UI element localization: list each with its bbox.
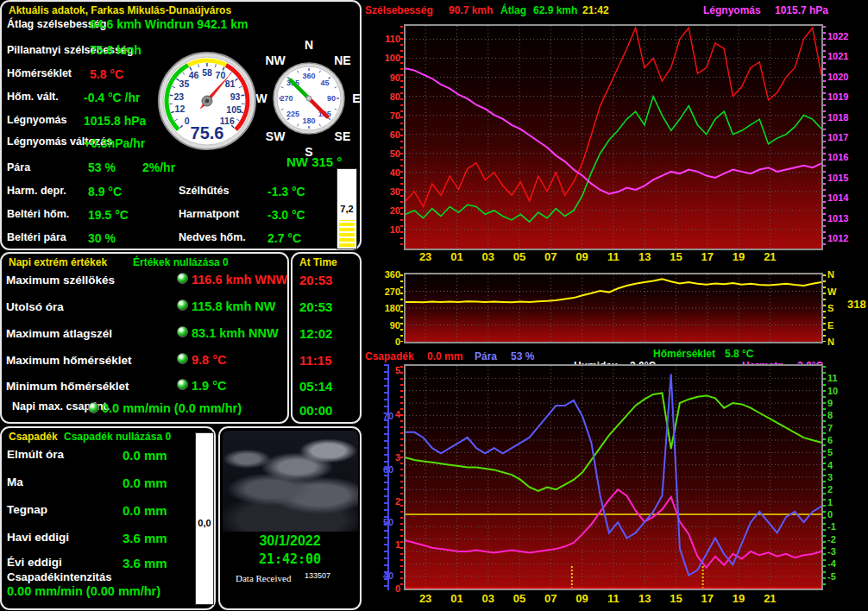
extremes-title: Napi extrém értékek (9, 256, 107, 268)
temp-axis-ticks (823, 366, 826, 589)
extreme-value: 9.8 °C (192, 353, 226, 367)
extreme-value: 83.1 kmh NNW (192, 326, 279, 340)
extreme-label: Minimum hőmérséklet (6, 381, 129, 394)
compass-dir-w: W (255, 91, 267, 105)
wind-direction-chart: 360270180900 NWSEN 318 (362, 263, 868, 350)
webcam-image (223, 431, 358, 532)
value-indoor-temp: 19.5 °C (88, 208, 129, 222)
direction-axis-ticks (400, 274, 403, 342)
wind-axis-labels: 110100908070605040302010 (362, 26, 400, 249)
wind-chart-label: Szélsebesség (365, 4, 433, 16)
extreme-label: Maximum átlagszél (6, 328, 112, 341)
wind-bar-gauge: 7,2 (337, 168, 357, 249)
rain-value: 3.6 mm (123, 556, 167, 570)
extreme-label: Maximum széllökés (6, 274, 115, 287)
extreme-label: Utolsó óra (6, 301, 64, 314)
svg-text:23: 23 (174, 91, 185, 102)
webcam-time: 21:42:00 (220, 551, 360, 567)
direction-plot-area (404, 273, 823, 343)
extreme-time: 20:53 (299, 273, 332, 287)
svg-text:0: 0 (185, 116, 190, 126)
direction-letter-labels: NWSEN (827, 274, 845, 342)
wind-plot-area (404, 24, 823, 250)
rain-series-value: 0.0 mm (427, 350, 462, 362)
label-dewpoint: Harmatpont (179, 209, 239, 221)
label-avg-wind: Átlag szélsebesség (7, 16, 90, 31)
value-humidity: 53 % (88, 161, 116, 174)
rain-value: 0.0 mm (123, 448, 167, 463)
svg-text:58: 58 (202, 67, 212, 78)
label-pressure-change: Légnyomás változás (7, 133, 85, 148)
extreme-value: 0.0 mm/min (0.0 mm/hr) (102, 401, 242, 415)
rain-value: 0.0 mm (123, 476, 167, 490)
temphum-chart-xaxis: 230103050709111315171921 (406, 592, 821, 606)
svg-text:45: 45 (320, 79, 329, 87)
rain-title: Csapadék (9, 431, 58, 443)
svg-text:35: 35 (179, 79, 190, 89)
value-pressure-change: +0.3hPa/hr (84, 136, 145, 150)
extreme-time: 20:53 (299, 299, 332, 314)
rain-series-label: Csapadék (365, 350, 414, 362)
extreme-value: 115.8 kmh NW (192, 299, 276, 313)
svg-text:46: 46 (189, 70, 199, 80)
extreme-time: 05:14 (299, 379, 332, 394)
humidity-axis-labels: 70605040 (364, 366, 383, 589)
svg-text:270: 270 (280, 94, 292, 103)
compass-dir-n: N (305, 38, 313, 52)
temp-series-value: 5.8 °C (725, 348, 753, 360)
extremes-reset-label[interactable]: Értékek nullázása 0 (133, 256, 229, 268)
rain-reset-label[interactable]: Csapadék nullázása 0 (64, 431, 171, 443)
pressure-axis-ticks (823, 26, 826, 249)
label-pressure: Légnyomás (7, 115, 66, 127)
temp-humidity-chart: Csapadék 0.0 mm Pára 53 % Hőmérséklet 5.… (362, 350, 868, 611)
temp-series-label: Hőmérséklet (653, 348, 715, 360)
svg-text:180: 180 (302, 117, 315, 125)
svg-text:90: 90 (327, 94, 336, 103)
wind-compass: 3604590135180225270315 (273, 62, 345, 135)
pressure-value: 1015.7 hPa (775, 4, 828, 16)
wind-bar-value: 7,2 (337, 204, 356, 214)
label-temp-change: Hőm. vált. (7, 91, 59, 104)
label-humidity-deficit: Harm. depr. (7, 186, 66, 198)
webcam-panel: 30/1/2022 21:42:00 Data Received 133507 (218, 426, 362, 610)
status-led (177, 273, 188, 284)
weather-dashboard: Aktuális adatok, Farkas Mikulás-Dunaújvá… (0, 0, 868, 611)
direction-reading: 318 (847, 298, 866, 311)
rain-label: Havi eddigi (7, 532, 69, 545)
value-dewpoint: -3.0 °C (267, 208, 305, 222)
svg-text:105: 105 (226, 104, 242, 115)
temp-axis-labels: 11109876543210-1-2-3-4-5 (827, 366, 848, 589)
label-temperature: Hőmérséklet (7, 68, 72, 80)
label-humidity: Pára (7, 162, 30, 174)
status-led (177, 353, 188, 364)
status-led (177, 326, 188, 337)
status-led (177, 299, 188, 311)
label-windchill: Szélhűtés (179, 186, 229, 198)
wind-axis-ticks (400, 26, 403, 249)
at-time-panel: At Time 20:53 20:53 12:02 11:15 05:14 00… (291, 252, 362, 424)
rain-axis-ticks (400, 366, 403, 589)
value-avg-wind: 64.6 kmh Windrun 942.1 km (90, 17, 248, 31)
extreme-label: Maximum hőmérséklet (6, 355, 132, 368)
rain-bar-value: 0,0 (196, 518, 213, 528)
svg-text:81: 81 (225, 79, 236, 89)
extreme-label: Napi max. csap.int. (12, 398, 85, 413)
wind-speed-chart: Szélsebesség 90.7 kmh Átlag 62.9 kmh 21:… (362, 0, 868, 263)
panel-title: Aktuális adatok, Farkas Mikulás-Dunaújvá… (9, 4, 231, 16)
rain-bar-gauge: 0,0 (195, 432, 214, 605)
extreme-time: 12:02 (299, 326, 332, 341)
label-current-wind: Pillanatnyi szélsebesség (7, 41, 90, 57)
value-humidity-deficit: 8.9 °C (88, 185, 122, 198)
rain-label: Tegnap (7, 504, 47, 517)
extreme-time: 00:00 (299, 403, 332, 418)
label-indoor-temp: Beltéri hőm. (7, 209, 69, 221)
status-led (177, 379, 188, 390)
compass-reading: NW 315 ° (286, 154, 342, 169)
chart-time: 21:42 (582, 4, 609, 16)
pressure-label: Légnyomás (703, 4, 761, 16)
pressure-axis-labels: 1022102110201019101810171016101510141013… (827, 26, 867, 249)
wind-bar-fill (339, 220, 355, 247)
rain-intensity-label: Csapadékintenzitás (7, 571, 111, 583)
value-windchill: -1.3 °C (267, 185, 305, 198)
svg-text:225: 225 (286, 110, 299, 118)
